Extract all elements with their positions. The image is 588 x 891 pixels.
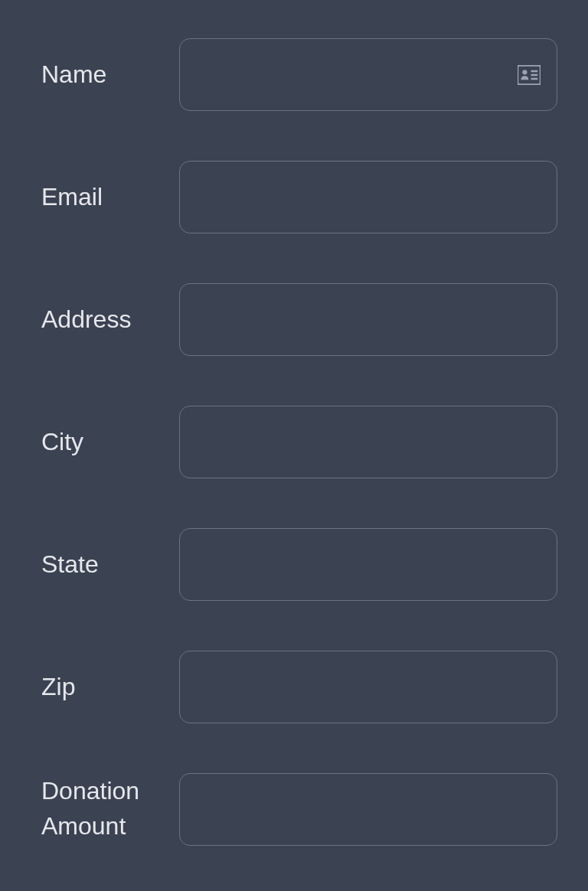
city-label: City — [41, 424, 179, 459]
state-input-wrapper — [179, 528, 557, 601]
address-label: Address — [41, 302, 179, 337]
email-field[interactable] — [179, 161, 557, 233]
form-container: Name Email Address City — [41, 38, 557, 846]
state-field[interactable] — [179, 528, 557, 601]
state-label: State — [41, 547, 179, 582]
name-field[interactable] — [179, 38, 557, 111]
form-row-city: City — [41, 406, 557, 478]
email-label: Email — [41, 179, 179, 214]
city-input-wrapper — [179, 406, 557, 478]
svg-rect-3 — [531, 73, 538, 76]
form-row-email: Email — [41, 161, 557, 233]
svg-rect-4 — [531, 77, 538, 80]
zip-label: Zip — [41, 669, 179, 704]
name-label: Name — [41, 57, 179, 92]
form-row-name: Name — [41, 38, 557, 111]
email-input-wrapper — [179, 161, 557, 233]
name-input-wrapper — [179, 38, 557, 111]
zip-input-wrapper — [179, 651, 557, 723]
form-row-state: State — [41, 528, 557, 601]
donation-amount-label: Donation Amount — [41, 773, 179, 844]
contact-card-icon — [518, 65, 541, 85]
svg-point-1 — [522, 70, 527, 74]
form-row-zip: Zip — [41, 651, 557, 723]
donation-amount-field[interactable] — [179, 773, 557, 846]
city-field[interactable] — [179, 406, 557, 478]
svg-rect-2 — [531, 70, 538, 72]
zip-field[interactable] — [179, 651, 557, 723]
form-row-donation-amount: Donation Amount — [41, 773, 557, 846]
address-input-wrapper — [179, 283, 557, 356]
donation-amount-input-wrapper — [179, 773, 557, 846]
address-field[interactable] — [179, 283, 557, 356]
form-row-address: Address — [41, 283, 557, 356]
